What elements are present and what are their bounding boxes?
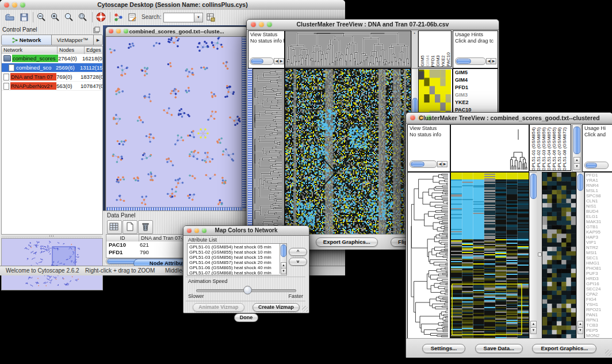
data-panel-newdoc-button[interactable]	[123, 220, 137, 234]
treeview-action-button[interactable]: Settings...	[422, 344, 465, 353]
zoom-column-label[interactable]: PFD1	[430, 55, 435, 67]
dialog-action-button[interactable]: Done	[234, 313, 259, 322]
tv1-row-dendrogram[interactable]	[253, 68, 285, 235]
gene-label[interactable]: KAP95	[585, 229, 612, 235]
zoom-column-label[interactable]: PAC10	[446, 52, 451, 67]
column-header-nodes[interactable]: Nodes	[58, 47, 85, 54]
resize-grip[interactable]	[302, 306, 308, 312]
gene-label[interactable]: ELG1	[585, 214, 612, 219]
tv2-row-dendrogram[interactable]	[407, 172, 450, 339]
tab-overflow-arrow[interactable]: ▶	[93, 35, 102, 45]
tv2-zoom-scrollbar[interactable]: ▲ ▼	[576, 172, 584, 339]
attribute-list-item[interactable]: GPL51-06 (GSM865) heat shock 40 min	[188, 265, 280, 270]
gene-label[interactable]: PFD1	[585, 173, 612, 178]
gene-label[interactable]: CLN1	[585, 198, 612, 204]
zoom-selected-icon[interactable]	[78, 12, 88, 22]
data-panel-table-button[interactable]	[107, 220, 122, 234]
network-window-1-titlebar[interactable]: combined_scores_good.txt--cluste...	[106, 27, 247, 37]
attribute-list-item[interactable]: GPL51-04 (GSM857) heat shock 20 min	[188, 260, 280, 265]
zoom-out-icon[interactable]	[36, 12, 47, 22]
tv2-column-labels-scrollbar[interactable]: ▲ ▼	[572, 124, 582, 172]
column-header-edges[interactable]: Edges	[85, 47, 102, 54]
search-dropdown-button[interactable]: ▼	[194, 13, 203, 22]
slider-thumb[interactable]	[243, 286, 252, 294]
dialog-action-button[interactable]: Animate Vizmap	[193, 303, 244, 312]
column-label[interactable]: GPL51-08 (GSM872)	[562, 125, 567, 171]
gene-label[interactable]: RPO21	[585, 307, 612, 312]
network-table-row[interactable]: combined_sco 2569(6) 13112(15)	[2, 63, 102, 72]
gene-label[interactable]: PEP5	[585, 328, 612, 333]
gene-label[interactable]: GIM5	[453, 69, 498, 76]
scroll-right-arrow[interactable]: ▶	[278, 58, 284, 64]
tv1-global-y-scrollbar[interactable]	[247, 68, 253, 235]
gene-label[interactable]: PAN1	[585, 312, 612, 317]
treeview-action-button[interactable]: Save Data...	[475, 344, 523, 353]
search-input[interactable]	[163, 13, 196, 22]
zoom-column-label[interactable]: GIM4	[425, 55, 430, 67]
gene-label[interactable]: SEC24	[585, 286, 612, 292]
tv2-hints-scrollbar[interactable]	[584, 162, 609, 169]
gene-label[interactable]: CPA2	[585, 292, 612, 297]
attribute-listbox[interactable]: GPL51-01 (GSM854) heat shock 05 minGPL51…	[187, 243, 287, 275]
column-header-network[interactable]: Network	[2, 47, 58, 54]
gene-label[interactable]: SEC1	[585, 255, 612, 260]
attribute-list-item[interactable]: GPL51-03 (GSM856) heat shock 15 min	[188, 255, 280, 260]
annotation-icon[interactable]	[127, 12, 137, 22]
gene-label[interactable]: GIM3	[453, 91, 498, 99]
resize-grip[interactable]	[605, 350, 611, 356]
gene-label[interactable]: RNR4	[585, 183, 612, 188]
gene-label[interactable]: VIP1	[585, 240, 612, 245]
tv2-heatmap[interactable]	[450, 172, 529, 339]
gene-label[interactable]: BUD4	[585, 209, 612, 214]
data-panel-delete-button[interactable]	[138, 220, 153, 234]
zoom-column-label[interactable]: YKE2	[441, 55, 446, 67]
gene-label[interactable]: FIG4	[585, 297, 612, 302]
float-panel-icon[interactable]	[93, 26, 100, 33]
tv1-heatmap[interactable]	[285, 68, 411, 235]
scroll-down-arrow[interactable]: ▼	[281, 268, 286, 274]
gene-label[interactable]: MAK31	[585, 219, 612, 224]
gene-label[interactable]: HMG1	[585, 260, 612, 266]
scroll-down-arrow[interactable]: ▼	[573, 163, 580, 170]
zoom-column-label[interactable]: GIM3	[435, 55, 441, 67]
network-table-row[interactable]: DNA and Tran 07 769(0) 183728(0)	[2, 72, 102, 82]
network-table-row[interactable]: RNAPuberNov2+ 563(0) 107847(0)	[2, 82, 102, 91]
tv1-status-scrollbar[interactable]	[250, 58, 274, 65]
attribute-list-scrollbar[interactable]: ▲ ▼	[280, 244, 286, 274]
tab-network[interactable]: Network	[2, 35, 52, 45]
treeview2-titlebar[interactable]: ClusterMaker TreeView : combined_scores_…	[406, 113, 612, 124]
main-titlebar[interactable]: Cytoscape Desktop (Session Name: collins…	[0, 0, 345, 10]
network-table-row[interactable]: combined_scores 2764(0) 16218(0)	[2, 54, 102, 63]
scroll-down-arrow[interactable]: ▼	[577, 327, 583, 334]
treeview-action-button[interactable]: Export Graphics...	[316, 237, 378, 247]
tab-vizmapper[interactable]: VizMapper™	[52, 35, 93, 45]
attribute-list-item[interactable]: GPL51-02 (GSM855) heat shock 10 min	[188, 250, 280, 255]
gene-label[interactable]: HAP3	[585, 235, 612, 240]
gene-label[interactable]: NTR2	[585, 245, 612, 250]
dialog-titlebar[interactable]: Map Colors to Network	[183, 226, 309, 236]
column-label[interactable]: GPL51-06 (GSM865)	[552, 125, 557, 171]
attribute-browser-icon[interactable]	[205, 12, 216, 22]
zoom-column-label[interactable]: GIM5	[420, 55, 425, 67]
column-label[interactable]: GPL51-02 (GSM855)	[536, 125, 541, 171]
network-nodes-icon[interactable]	[113, 12, 124, 22]
tv1-column-dendrogram[interactable]	[285, 30, 411, 68]
dialog-action-button[interactable]: Create Vizmap	[253, 303, 300, 312]
panel-splitter[interactable]	[1, 235, 102, 237]
save-icon[interactable]	[19, 12, 29, 22]
column-header-id[interactable]: ID	[106, 235, 139, 242]
gene-label[interactable]: PUF3	[585, 271, 612, 276]
tv2-column-dendrogram[interactable]	[450, 124, 529, 172]
gene-label[interactable]: GIM4	[453, 76, 498, 84]
network-overview-canvas[interactable]	[1, 238, 103, 290]
gene-label[interactable]: HRD3	[585, 276, 612, 281]
move-up-button[interactable]: ^	[289, 248, 307, 256]
gene-label[interactable]: PFD1	[453, 84, 498, 91]
gene-label[interactable]: YSH1	[585, 302, 612, 307]
column-label[interactable]: GPL51-01 (GSM854)	[531, 125, 536, 171]
gene-label[interactable]: GTB1	[585, 224, 612, 229]
tv2-zoom-heatmap[interactable]	[542, 172, 576, 339]
treeview1-titlebar[interactable]: ClusterMaker TreeView : DNA and Tran 07-…	[247, 20, 499, 30]
column-label[interactable]: GPL51-07 (GSM868)	[557, 125, 562, 171]
scroll-right-arrow[interactable]: ▶	[442, 161, 447, 167]
